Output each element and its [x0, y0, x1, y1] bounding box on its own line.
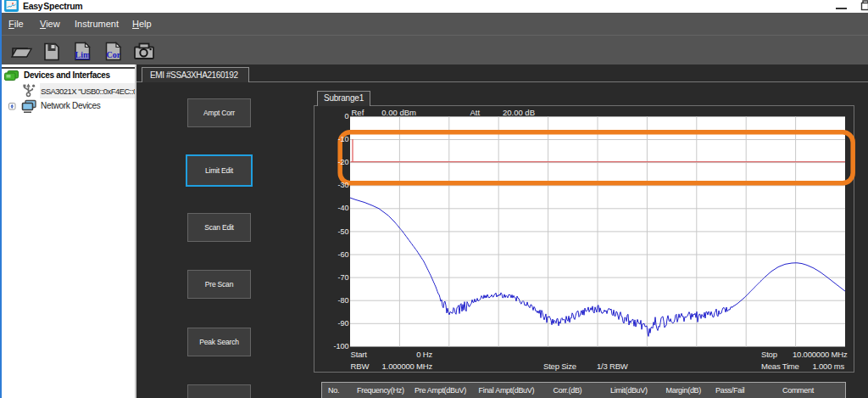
svg-text:Lim: Lim: [75, 50, 91, 59]
svg-text:Cor: Cor: [107, 50, 121, 59]
